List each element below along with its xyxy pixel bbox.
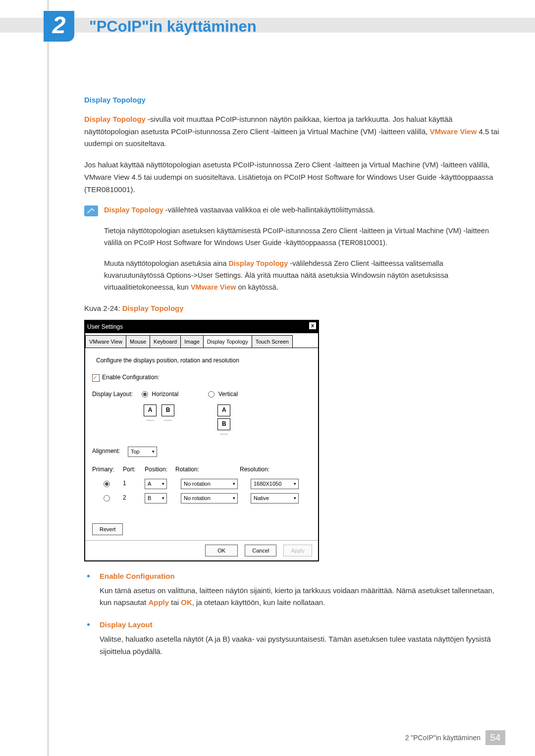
note-icon [84, 205, 98, 216]
tab-mouse[interactable]: Mouse [126, 335, 150, 348]
dialog-instruction: Configure the displays position, rotatio… [96, 356, 311, 366]
alignment-select[interactable]: Top▾ [128, 447, 157, 457]
bullet-1-body: Kun tämä asetus on valittuna, laitteen n… [100, 585, 505, 609]
port-value: 2 [123, 493, 145, 503]
resolution-select[interactable]: Native▾ [251, 493, 299, 504]
layout-box-b2: B [217, 418, 230, 430]
revert-button[interactable]: Revert [92, 523, 123, 535]
display-layout-label: Display Layout: [92, 390, 142, 400]
col-port: Port: [123, 465, 145, 475]
note-line-2: Tietoja näyttötopologian asetuksen käytt… [104, 225, 505, 249]
bullet-1-title: Enable Configuration [100, 570, 505, 583]
col-rotation: Rotation: [175, 465, 240, 475]
layout-box-a: A [144, 404, 157, 416]
rotation-select[interactable]: No rotation▾ [181, 479, 238, 489]
footer-breadcrumb: 2 "PCoIP"in käyttäminen [405, 734, 481, 742]
tab-display-topology[interactable]: Display Topology [203, 335, 252, 348]
section-para-2: Jos haluat käyttää näyttötopologian aset… [84, 159, 505, 196]
col-primary: Primary: [92, 465, 123, 475]
chapter-number: 2 [44, 11, 74, 42]
chapter-title: "PCoIP"in käyttäminen [89, 18, 257, 36]
rotation-select[interactable]: No rotation▾ [181, 493, 238, 504]
bullet-display-layout: Display Layout Valitse, haluatko asetell… [84, 619, 505, 662]
radio-horizontal[interactable] [142, 391, 148, 398]
cancel-button[interactable]: Cancel [245, 545, 276, 556]
option-horizontal: Horizontal [152, 391, 178, 398]
apply-button[interactable]: Apply [283, 545, 312, 556]
primary-radio[interactable] [104, 495, 110, 502]
col-resolution: Resolution: [240, 465, 269, 475]
user-settings-dialog: User Settings x VMware ViewMouseKeyboard… [84, 320, 319, 561]
display-row: 2B▾No rotation▾Native▾ [92, 493, 311, 504]
section-heading: Display Topology [84, 94, 505, 106]
chevron-down-icon: ▾ [152, 448, 155, 455]
layout-box-a2: A [217, 404, 230, 416]
bullet-enable-configuration: Enable Configuration Kun tämä asetus on … [84, 570, 505, 614]
tab-vmware-view[interactable]: VMware View [85, 335, 126, 348]
tab-keyboard[interactable]: Keyboard [150, 335, 181, 348]
bullet-2-body: Valitse, haluatko asetella näytöt (A ja … [100, 633, 505, 658]
display-row: 1A▾No rotation▾1680X1050▾ [92, 479, 311, 489]
page-number: 54 [485, 730, 505, 745]
figure-caption: Kuva 2-24: Display Topology [84, 302, 505, 315]
close-icon[interactable]: x [309, 322, 316, 329]
enable-configuration-label: Enable Configuration: [102, 373, 159, 383]
col-position: Position: [145, 465, 175, 475]
section-para-1: Display Topology -sivulla voit muuttaa P… [84, 113, 505, 150]
port-value: 1 [123, 479, 145, 489]
dialog-title: User Settings [87, 322, 123, 332]
position-select[interactable]: B▾ [145, 493, 167, 504]
note-line-1: Display Topology -välilehteä vastaavaa v… [104, 204, 505, 216]
enable-configuration-checkbox[interactable] [92, 374, 100, 382]
radio-vertical[interactable] [208, 391, 214, 398]
note-line-3: Muuta näyttötopologian asetuksia aina Di… [104, 258, 505, 294]
layout-box-b: B [161, 404, 174, 416]
tab-image[interactable]: Image [180, 335, 204, 348]
resolution-select[interactable]: 1680X1050▾ [251, 479, 299, 489]
alignment-label: Alignment: [92, 447, 128, 456]
ok-button[interactable]: OK [205, 545, 238, 556]
tab-touch-screen[interactable]: Touch Screen [252, 335, 293, 348]
position-select[interactable]: A▾ [145, 479, 167, 489]
primary-radio[interactable] [104, 481, 110, 487]
option-vertical: Vertical [218, 391, 238, 398]
bullet-2-title: Display Layout [100, 619, 505, 631]
